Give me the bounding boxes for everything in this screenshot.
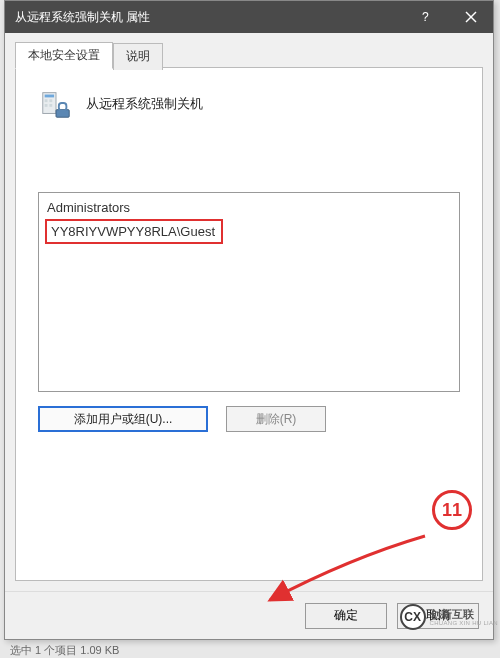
dialog-body: 本地安全设置 说明 从远程系统强制关机 <box>5 33 493 591</box>
svg-rect-7 <box>45 104 48 107</box>
svg-rect-4 <box>45 95 54 98</box>
member-item[interactable]: Administrators <box>45 197 453 219</box>
policy-header: 从远程系统强制关机 <box>38 86 460 122</box>
svg-text:?: ? <box>422 11 429 23</box>
properties-dialog: 从远程系统强制关机 属性 ? 本地安全设置 说明 <box>4 0 494 640</box>
watermark: CX 创新互联 CHUANG XIN HU LIAN <box>400 604 498 630</box>
svg-rect-5 <box>45 99 48 102</box>
watermark-logo-icon: CX <box>400 604 426 630</box>
tab-local-security[interactable]: 本地安全设置 <box>15 42 113 69</box>
titlebar-buttons: ? <box>403 1 493 33</box>
tab-strip: 本地安全设置 说明 <box>15 41 483 68</box>
tab-explain[interactable]: 说明 <box>113 43 163 70</box>
statusbar-text: 选中 1 个项目 1.09 KB <box>10 643 119 658</box>
watermark-en: CHUANG XIN HU LIAN <box>430 620 498 627</box>
watermark-cn: 创新互联 <box>430 608 498 620</box>
window-title: 从远程系统强制关机 属性 <box>15 9 403 26</box>
help-button[interactable]: ? <box>403 1 448 33</box>
close-button[interactable] <box>448 1 493 33</box>
policy-name: 从远程系统强制关机 <box>86 95 203 113</box>
add-user-group-button[interactable]: 添加用户或组(U)... <box>38 406 208 432</box>
highlighted-member: YY8RIYVWPYY8RLA\Guest <box>45 219 223 245</box>
member-buttons-row: 添加用户或组(U)... 删除(R) <box>38 406 460 432</box>
tab-panel: 从远程系统强制关机 Administrators YY8RIYVWPYY8RLA… <box>15 67 483 581</box>
policy-icon <box>38 86 74 122</box>
ok-button[interactable]: 确定 <box>305 603 387 629</box>
members-list[interactable]: Administrators YY8RIYVWPYY8RLA\Guest <box>38 192 460 392</box>
titlebar: 从远程系统强制关机 属性 ? <box>5 1 493 33</box>
member-item[interactable]: YY8RIYVWPYY8RLA\Guest <box>49 223 217 240</box>
svg-rect-8 <box>49 104 52 107</box>
svg-rect-6 <box>49 99 52 102</box>
remove-button[interactable]: 删除(R) <box>226 406 326 432</box>
